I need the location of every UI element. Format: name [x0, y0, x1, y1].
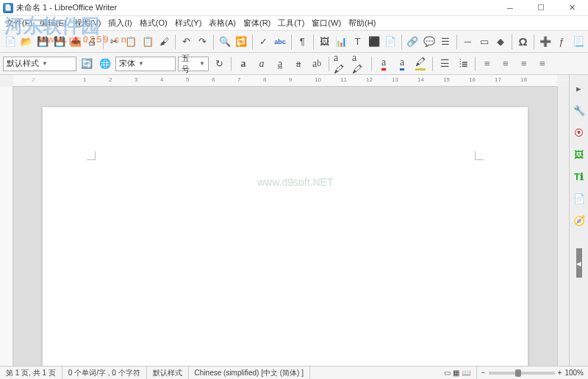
navigator-icon[interactable]: Tℹ: [572, 169, 587, 184]
zoom-slider[interactable]: [489, 372, 555, 375]
status-view-icons[interactable]: ▭ ▦ 📖: [438, 367, 477, 379]
comment-button[interactable]: 💬: [422, 34, 436, 50]
cut-button[interactable]: ✂: [107, 34, 121, 50]
font-size-combo[interactable]: 五号▼: [178, 57, 209, 71]
document-area[interactable]: [13, 87, 557, 366]
new-style-button[interactable]: 🌐: [97, 56, 113, 72]
fontcolor2-button[interactable]: a: [394, 56, 410, 72]
maximize-button[interactable]: ☐: [531, 1, 551, 15]
fx-button[interactable]: ƒ: [554, 34, 568, 50]
menu-insert[interactable]: 插入(I): [105, 16, 135, 30]
clone-button[interactable]: 🖌: [157, 34, 171, 50]
new-button[interactable]: 📄: [3, 34, 17, 50]
update-style-button[interactable]: 🔄: [79, 56, 95, 72]
sidebar-toggle-icon[interactable]: ▸: [572, 81, 587, 95]
find-button[interactable]: 🔍: [218, 34, 232, 50]
refresh-button[interactable]: ↻: [211, 56, 227, 72]
close-button[interactable]: ✕: [562, 1, 582, 15]
bold-button[interactable]: a: [235, 56, 251, 72]
fontcolor-button[interactable]: a: [376, 56, 392, 72]
menu-edit[interactable]: 编辑(E): [37, 16, 70, 30]
hilite-button[interactable]: a🖍: [333, 56, 349, 72]
export-button[interactable]: 📤: [69, 34, 83, 50]
properties-icon[interactable]: 🔧: [572, 103, 587, 118]
standard-toolbar: 📄📂💾💾📤🖨✂📋📋🖌↶↷🔍🔁✓abc¶🖼📊T⬛📄🔗💬☰─▭◆Ω➕ƒ📃: [0, 31, 588, 53]
zoom-control[interactable]: − + 100%: [477, 369, 588, 377]
alignc-button[interactable]: ≡: [498, 56, 514, 72]
zoom-out-icon[interactable]: −: [481, 369, 486, 377]
menu-form[interactable]: 窗体(R): [240, 16, 273, 30]
minimize-button[interactable]: ─: [500, 1, 520, 15]
status-style[interactable]: 默认样式: [147, 367, 189, 379]
menu-view[interactable]: 视图(V): [71, 16, 104, 30]
separator: [432, 57, 433, 71]
status-language[interactable]: Chinese (simplified) [中文 (简体) ]: [189, 367, 310, 379]
underline-button[interactable]: a: [272, 56, 288, 72]
menu-file[interactable]: 文件(F): [3, 16, 35, 30]
menu-bar: 文件(F)编辑(E)视图(V)插入(I)格式(O)样式(Y)表格(A)窗体(R)…: [0, 16, 588, 31]
redo-button[interactable]: ↷: [196, 34, 209, 50]
separator: [475, 57, 476, 71]
menu-help[interactable]: 帮助(H): [345, 16, 379, 30]
menu-format[interactable]: 格式(O): [137, 16, 171, 30]
numbers-button[interactable]: ⦙☰: [455, 56, 471, 72]
window-title: 未命名 1 - LibreOffice Writer: [16, 2, 500, 13]
header-button[interactable]: ☰: [439, 34, 453, 50]
italic-button[interactable]: a: [254, 56, 270, 72]
sidebar-collapse-icon[interactable]: ◂: [576, 248, 582, 278]
spell-button[interactable]: ✓: [257, 34, 270, 50]
alignr-button[interactable]: ≡: [516, 56, 532, 72]
object-button[interactable]: ⬛: [367, 34, 381, 50]
zoom-in-icon[interactable]: +: [558, 369, 562, 377]
open-button[interactable]: 📂: [19, 34, 33, 50]
chart-button[interactable]: 📊: [334, 34, 348, 50]
page-icon[interactable]: 📄: [572, 191, 587, 206]
abc-button[interactable]: abc: [273, 34, 287, 50]
hilitecolor-button[interactable]: 🖍: [412, 56, 429, 72]
gallery-icon[interactable]: 🖼: [572, 147, 587, 162]
alignj-button[interactable]: ≡: [534, 56, 551, 72]
bullets-button[interactable]: ☰: [437, 56, 453, 72]
status-page[interactable]: 第 1 页, 共 1 页: [0, 367, 62, 379]
paragraph-style-combo[interactable]: 默认样式▼: [3, 57, 76, 71]
font-name-combo[interactable]: 宋体▼: [115, 57, 176, 71]
plus-button[interactable]: ➕: [538, 34, 552, 50]
link-button[interactable]: 🔗: [406, 34, 420, 50]
menu-styles[interactable]: 样式(Y): [172, 16, 205, 30]
doc-button[interactable]: 📃: [571, 34, 585, 50]
strike-button[interactable]: a: [290, 56, 306, 72]
save-button[interactable]: 💾: [36, 34, 50, 50]
text-button[interactable]: T: [351, 34, 365, 50]
vertical-scrollbar[interactable]: [557, 87, 569, 366]
replace-button[interactable]: 🔁: [234, 34, 248, 50]
undo-button[interactable]: ↶: [179, 34, 193, 50]
margin-crop-tl: [87, 151, 96, 160]
image-button[interactable]: 🖼: [318, 34, 331, 50]
menu-tools[interactable]: 工具(T): [275, 16, 307, 30]
alignl-button[interactable]: ≡: [479, 56, 495, 72]
print-button[interactable]: 🖨: [85, 34, 99, 50]
formatmarks-button[interactable]: ¶: [295, 34, 309, 50]
copy-button[interactable]: 📋: [124, 34, 138, 50]
separator: [534, 35, 534, 49]
page[interactable]: [43, 107, 528, 366]
horizontal-ruler[interactable]: 12123456789101112131415161718: [13, 75, 557, 87]
super-button[interactable]: ab: [309, 56, 325, 72]
clipboard-icon[interactable]: 🧭: [572, 213, 587, 228]
basic-button[interactable]: ◆: [494, 34, 508, 50]
omega-button[interactable]: Ω: [516, 34, 530, 50]
zoom-value[interactable]: 100%: [564, 369, 584, 377]
status-bar: 第 1 页, 共 1 页 0 个单词/字 , 0 个字符 默认样式 Chines…: [0, 366, 588, 379]
styles-icon[interactable]: ⦿: [572, 125, 587, 140]
menu-window[interactable]: 窗口(W): [309, 16, 344, 30]
rect-button[interactable]: ▭: [477, 34, 491, 50]
vertical-ruler[interactable]: [0, 87, 13, 366]
page-button[interactable]: 📄: [383, 34, 397, 50]
hilite2-button[interactable]: a🖍: [351, 56, 368, 72]
separator: [103, 35, 104, 49]
paste-button[interactable]: 📋: [140, 34, 154, 50]
status-words[interactable]: 0 个单词/字 , 0 个字符: [62, 367, 147, 379]
saveas-button[interactable]: 💾: [52, 34, 66, 50]
line-button[interactable]: ─: [461, 34, 475, 50]
menu-table[interactable]: 表格(A): [206, 16, 239, 30]
